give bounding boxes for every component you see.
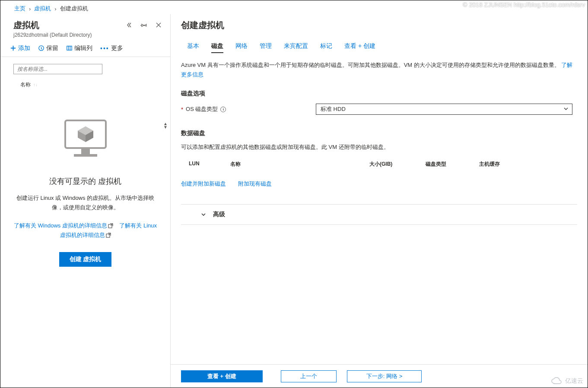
os-disk-type-select[interactable]: 标准 HDD bbox=[316, 104, 572, 115]
collapse-icon[interactable] bbox=[124, 20, 134, 30]
link-windows-vm[interactable]: 了解有关 Windows 虚拟机的详细信息 bbox=[14, 222, 107, 229]
tab-tags[interactable]: 标记 bbox=[320, 40, 332, 53]
external-link-icon bbox=[106, 233, 111, 238]
create-vm-panel: 创建虚拟机 基本 磁盘 网络 管理 来宾配置 标记 查看 + 创建 Azure … bbox=[171, 14, 588, 388]
previous-button[interactable]: 上一个 bbox=[281, 370, 337, 382]
svg-rect-4 bbox=[74, 154, 97, 157]
wizard-footer: 查看 + 创建 上一个 下一步: 网络 > bbox=[171, 364, 588, 388]
close-icon[interactable] bbox=[154, 20, 163, 30]
intro-text: Azure VM 具有一个操作系统磁盘和一个用于短期存储的临时磁盘。可附加其他数… bbox=[181, 60, 577, 79]
info-icon[interactable]: i bbox=[220, 107, 226, 112]
chevron-right-icon: › bbox=[29, 6, 31, 12]
empty-title: 没有可显示的 虚拟机 bbox=[13, 176, 157, 186]
monitor-icon bbox=[57, 117, 114, 164]
tab-basic[interactable]: 基本 bbox=[187, 40, 199, 53]
toolbar: 添加 保留 编辑列 ••• 更多 bbox=[0, 40, 170, 57]
tab-management[interactable]: 管理 bbox=[260, 40, 272, 53]
tab-disks[interactable]: 磁盘 bbox=[211, 40, 223, 53]
disk-options-title: 磁盘选项 bbox=[181, 90, 577, 98]
wizard-tabs: 基本 磁盘 网络 管理 来宾配置 标记 查看 + 创建 bbox=[181, 40, 577, 53]
more-button[interactable]: ••• 更多 bbox=[100, 44, 123, 52]
svg-rect-1 bbox=[67, 46, 72, 50]
col-cache: 主机缓存 bbox=[479, 161, 577, 168]
col-size: 大小(GIB) bbox=[369, 161, 426, 168]
edit-columns-button[interactable]: 编辑列 bbox=[66, 44, 92, 52]
create-attach-disk-link[interactable]: 创建并附加新磁盘 bbox=[181, 180, 226, 188]
crumb-vms[interactable]: 虚拟机 bbox=[34, 5, 51, 13]
data-disks-title: 数据磁盘 bbox=[181, 129, 577, 137]
vm-list-panel: 虚拟机 j2629zdhotmail (Default Directory) 添… bbox=[0, 14, 171, 388]
svg-rect-3 bbox=[81, 148, 90, 154]
external-link-icon bbox=[108, 223, 113, 228]
review-create-button[interactable]: 查看 + 创建 bbox=[181, 370, 263, 382]
tab-review-create[interactable]: 查看 + 创建 bbox=[344, 40, 375, 53]
sort-icon: ↑↓ bbox=[33, 82, 38, 87]
chevron-down-icon bbox=[563, 106, 569, 111]
tab-network[interactable]: 网络 bbox=[235, 40, 248, 53]
next-button[interactable]: 下一步: 网络 > bbox=[347, 370, 422, 382]
page-title: 创建虚拟机 bbox=[181, 19, 577, 31]
create-vm-button[interactable]: 创建 虚拟机 bbox=[59, 252, 112, 267]
panel-subtitle: j2629zdhotmail (Default Directory) bbox=[13, 32, 162, 38]
add-button[interactable]: 添加 bbox=[10, 44, 30, 52]
filter-input[interactable] bbox=[13, 64, 102, 74]
attach-existing-disk-link[interactable]: 附加现有磁盘 bbox=[238, 180, 272, 188]
col-type: 磁盘类型 bbox=[426, 161, 479, 168]
breadcrumb: 主页 › 虚拟机 › 创建虚拟机 bbox=[0, 0, 588, 14]
crumb-home[interactable]: 主页 bbox=[14, 5, 25, 13]
disk-table-header: LUN 名称 大小(GIB) 磁盘类型 主机缓存 bbox=[181, 158, 577, 171]
crumb-current: 创建虚拟机 bbox=[60, 5, 88, 13]
chevron-down-icon bbox=[201, 212, 206, 217]
os-disk-type-label: * OS 磁盘类型 i bbox=[181, 105, 316, 113]
tab-guest-config[interactable]: 来宾配置 bbox=[284, 40, 308, 53]
col-name: 名称 bbox=[230, 161, 369, 168]
data-disks-desc: 可以添加和配置虚拟机的其他数据磁盘或附加现有磁盘。此 VM 还附带的临时磁盘。 bbox=[181, 143, 577, 151]
empty-desc: 创建运行 Linux 或 Windows 的虚拟机。从市场中选择映像，或使用自定… bbox=[13, 193, 157, 212]
advanced-toggle[interactable]: 高级 bbox=[181, 204, 577, 225]
pin-icon[interactable] bbox=[139, 20, 149, 30]
column-header-name[interactable]: 名称 ↑↓ bbox=[0, 79, 170, 91]
chevron-right-icon: › bbox=[54, 6, 56, 12]
keep-button[interactable]: 保留 bbox=[38, 44, 58, 52]
scroll-indicator[interactable]: ▲▼ bbox=[163, 122, 168, 129]
empty-state: 没有可显示的 虚拟机 创建运行 Linux 或 Windows 的虚拟机。从市场… bbox=[0, 91, 170, 267]
col-lun: LUN bbox=[189, 161, 230, 168]
